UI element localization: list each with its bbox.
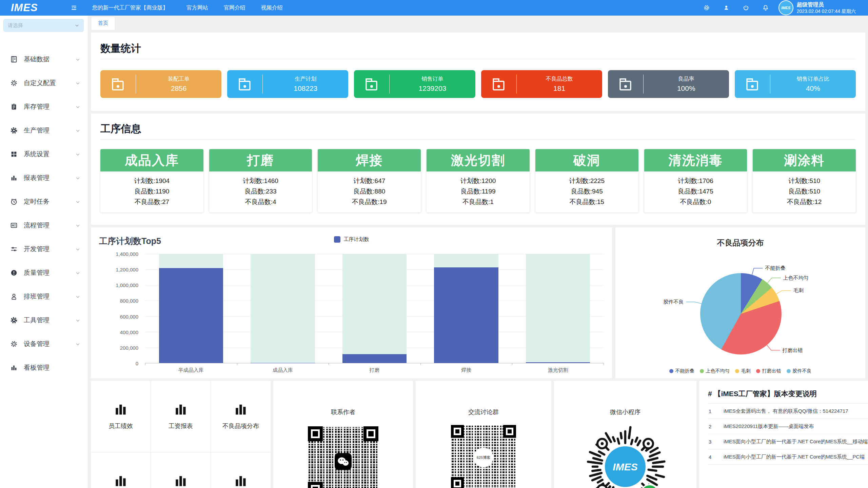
pie-legend-item[interactable]: 上色不均匀 [700,368,730,374]
process-stat-line: 不良品数:1 [427,197,530,207]
sidebar-item-inventory[interactable]: 库存管理 [0,95,88,119]
legend-swatch [334,236,340,243]
x-tick-label: 激光切割 [512,367,604,373]
stat-card: 不良品总数181 [481,70,602,98]
process-stats: 计划数:647良品数:880不良品数:19 [318,171,421,212]
bar-column: 成品入库 [237,254,329,363]
y-tick-label: 800,000 [120,298,138,304]
bar-chart-icon [234,474,248,488]
process-stats: 计划数:2225良品数:945不良品数:15 [535,171,638,212]
process-name: 打磨 [209,149,312,171]
sidebar-item-label: 定时任务 [24,197,50,206]
process-stat-line: 计划数:1200 [427,176,530,186]
contact-panel: 联系作者 扫一扫上面的二维码图案，加我为朋友。 [273,381,413,488]
sidebar-item-label: 基础数据 [24,55,50,64]
pie-legend-item[interactable]: 毛刺 [735,368,751,374]
stat-label: 装配工单 [136,76,221,82]
process-stat-line: 不良品数:12 [753,197,856,207]
sidebar-item-reports[interactable]: 报表管理 [0,166,88,190]
stat-card: 生产计划108223 [227,70,348,98]
process-stat-line: 良品数:510 [753,186,856,197]
datetime: 2023.02.04 02:07:44 星期六 [797,8,856,14]
y-tick-label: 1,000,000 [116,282,138,288]
sidebar-item-base-data[interactable]: 基础数据 [0,47,88,71]
pie-slice-label: 不能折叠 [765,265,785,271]
process-stats: 计划数:1200良品数:1199不良品数:1 [427,171,530,212]
sidebar-item-shift[interactable]: 排班管理 [0,285,88,308]
sidebar-item-scheduled-tasks[interactable]: 定时任务 [0,190,88,214]
sidebar-item-quality[interactable]: 质量管理 [0,261,88,285]
user-icon[interactable] [723,4,730,11]
sidebar-item-development[interactable]: 开发管理 [0,237,88,261]
process-card: 成品入库计划数:1904良品数:1190不良品数:27 [100,149,203,212]
gear-solid-icon [10,127,18,134]
bar-chart-legend[interactable]: 工序计划数 [334,236,369,243]
nav-item-1[interactable]: 官网介绍 [224,4,245,12]
nav-item-0[interactable]: 官方网站 [186,4,208,12]
bell-icon[interactable] [762,4,769,11]
tab-home[interactable]: 首页 [91,17,115,30]
sidebar-item-equipment[interactable]: 设备管理 [0,332,88,356]
chevron-down-icon [75,247,80,252]
power-icon[interactable] [743,4,749,11]
pie-legend-item[interactable]: 不能折叠 [669,368,694,374]
process-stat-line: 计划数:2225 [535,176,638,186]
y-tick-label: 600,000 [120,313,138,319]
avatar-text: IMES [781,6,790,10]
chevron-down-icon [75,223,80,228]
stat-label: 销售订单占比 [770,76,856,82]
process-stat-line: 不良品数:27 [100,197,203,207]
x-tick-label: 焊接 [420,367,512,373]
sidebar-item-production[interactable]: 生产管理 [0,119,88,142]
changelog-list: 1iMES全套源码出售， 有意的联系QQ/微信：5142247172iMES20… [708,404,868,465]
process-cards: 成品入库计划数:1904良品数:1190不良品数:27打磨计划数:1460良品数… [100,149,856,212]
bar [526,362,590,363]
process-stat-line: 良品数:945 [535,186,638,197]
x-tick-label: 半成品入库 [145,367,237,373]
bar [159,268,223,363]
changelog-row: 3iMES面向小型工厂的新一代基于.NET Core的MES系统__移动端 [708,434,868,449]
process-card: 打磨计划数:1460良品数:233不良品数:4 [209,149,312,212]
stat-card-body: 装配工单2856 [136,76,221,92]
sidebar-item-system-settings[interactable]: 系统设置 [0,142,88,166]
x-tick-label: 打磨 [329,367,420,373]
legend-dot [669,369,673,373]
person-icon [10,293,18,300]
bar-chart-icon [234,403,248,416]
folder-icon [227,76,262,92]
report-tile-3[interactable]: 不良品项汇总 [91,452,151,488]
nav-item-2[interactable]: 视频介绍 [261,4,283,12]
sidebar-item-custom-config[interactable]: 自定义配置 [0,71,88,95]
miniapp-panel: 微信小程序 IMES [554,381,696,488]
stat-card: 装配工单2856 [100,70,221,98]
module-select[interactable]: 请选择 [3,19,84,32]
y-tick-label: 1,400,000 [116,251,138,257]
bar-chart-icon [114,474,127,488]
legend-dot [756,369,760,373]
report-tile-1[interactable]: 工资报表 [151,381,211,452]
bar-column: 半成品入库 [145,254,237,363]
pie-legend-item[interactable]: 打磨出错 [756,368,781,374]
changelog-text: iMES20220911版本更新——桌面端发布 [724,423,868,430]
avatar[interactable]: IMES [778,0,793,15]
sidebar-item-label: 库存管理 [24,102,50,111]
report-tile-2[interactable]: 不良品项分布 [211,381,271,452]
menu-fold-icon[interactable] [71,4,77,11]
report-tile-4[interactable]: 生产报表 [151,452,211,488]
sidebar-item-kanban[interactable]: 看板管理 [0,356,88,380]
sidebar-item-workflow[interactable]: 流程管理 [0,214,88,237]
sidebar-item-tools[interactable]: 工具管理 [0,308,88,332]
report-tile-5[interactable]: 产量统计 [211,452,271,488]
report-tile-0[interactable]: 员工绩效 [91,381,151,452]
pie-slice-label: 胶件不良 [663,299,684,305]
contact-title: 联系作者 [273,408,413,416]
flow-card-icon [10,222,18,229]
settings-gear-icon[interactable] [703,4,710,11]
process-stat-line: 不良品数:19 [318,197,421,207]
y-tick-label: 200,000 [120,345,138,350]
process-stat-line: 不良品数:0 [644,197,747,207]
process-stats: 计划数:510良品数:510不良品数:12 [753,171,856,212]
stat-value: 2856 [136,84,221,93]
pie-legend-item[interactable]: 胶件不良 [787,368,812,374]
bar-column: 焊接 [420,254,512,363]
